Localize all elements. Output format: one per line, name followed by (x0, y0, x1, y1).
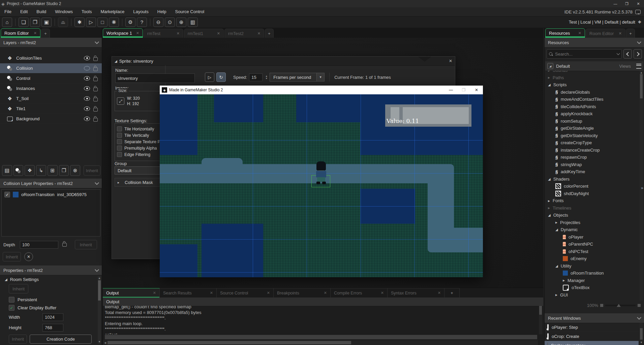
room-properties-header[interactable]: Properties - rmTest2 (0, 265, 102, 275)
visibility-eye-icon[interactable] (84, 76, 90, 81)
output-horizontal-scrollbar[interactable]: ◀ (103, 340, 538, 345)
clear-icon[interactable]: ✕ (24, 252, 33, 261)
menu-file[interactable]: File (0, 7, 16, 16)
chevron-down-icon[interactable] (617, 52, 620, 55)
recent-window-ocrop-create[interactable]: oCrop: Create (545, 332, 639, 341)
feedback-chat-icon[interactable] (635, 10, 641, 14)
tree-item-dynamic[interactable]: ◢Dynamic (545, 226, 639, 233)
close-icon[interactable]: ✕ (470, 86, 483, 94)
tree-item-onpctest[interactable]: oNPCTest (545, 248, 639, 255)
collapse-all-icon[interactable]: ◢ (547, 63, 553, 69)
tree-item-scripts[interactable]: ◢Scripts (545, 81, 639, 89)
clear-display-buffer-checkbox[interactable]: ✓ (9, 305, 14, 311)
tree-item-otextbox[interactable]: oTextBox (545, 284, 639, 291)
add-tab-button[interactable]: + (265, 29, 274, 38)
tree-item-crops[interactable]: ▸Crops (545, 299, 639, 301)
tree-item-instancecreatecrop[interactable]: §instanceCreateCrop (545, 147, 639, 154)
save-project-icon[interactable]: ▣ (41, 18, 52, 27)
tree-item-roomsetup[interactable]: §roomSetup (545, 118, 639, 125)
depth-inherit-button[interactable]: Inherit (75, 240, 97, 249)
collision-layer-properties-header[interactable]: Collision Layer Properties - rmTest2 (0, 179, 102, 188)
zoom-out-handle[interactable] (600, 304, 603, 307)
help-icon[interactable]: ? (137, 18, 147, 27)
close-icon[interactable]: ✕ (578, 31, 581, 35)
search-input[interactable] (554, 51, 615, 57)
output-tab-syntax-errors[interactable]: Syntax Errors✕ (388, 288, 444, 297)
zoom-slider[interactable] (605, 305, 636, 306)
close-icon[interactable]: ✕ (217, 31, 220, 36)
speed-stepper[interactable]: ▲▼ (265, 75, 268, 80)
close-icon[interactable]: ✕ (449, 59, 452, 63)
speed-input[interactable] (249, 73, 263, 81)
maximize-icon[interactable]: ❐ (621, 0, 633, 7)
size-inherit-button[interactable]: Inherit (9, 335, 27, 344)
instance-row[interactable]: ✓ oRoomTransition inst_30D65975 (2, 190, 100, 199)
visibility-eye-icon[interactable] (84, 96, 90, 101)
layer-inherit-button[interactable]: Inherit (3, 252, 21, 261)
stop-icon[interactable]: □ (97, 18, 108, 27)
tree-item-oroomtransition[interactable]: oRoomTransition (545, 270, 639, 277)
create-executable-icon[interactable]: ⏏ (58, 18, 68, 27)
instance-layer-icon[interactable] (13, 165, 24, 176)
tree-item-paths[interactable]: ▸Paths (545, 74, 639, 82)
tree-item-colorpercent[interactable]: colorPercent (545, 183, 639, 190)
layout-windows-icon[interactable]: ▥ (188, 18, 198, 27)
menu-help[interactable]: Help (153, 7, 171, 16)
properties-scrollbar[interactable]: ▲ ▼ (98, 276, 101, 344)
recent-windows-header[interactable]: Recent Windows (545, 313, 644, 323)
close-icon[interactable]: ✕ (619, 31, 622, 36)
texture-option-checkbox[interactable] (117, 139, 122, 144)
texture-group-select[interactable]: Default (115, 166, 166, 175)
close-icon[interactable]: ✕ (257, 31, 260, 36)
game-window-titlebar[interactable]: ◈ Made in GameMaker Studio 2 — ❐ ✕ (160, 86, 483, 94)
minimize-icon[interactable]: — (444, 86, 457, 94)
add-tab-button[interactable]: + (626, 29, 635, 38)
visibility-eye-icon[interactable] (84, 117, 90, 121)
layer-row-tile1[interactable]: ❖Tile1 (0, 104, 102, 114)
tab-workspace-1[interactable]: Workspace 1✕ (103, 28, 143, 38)
close-icon[interactable]: ✕ (267, 291, 270, 295)
output-tab-search-results[interactable]: Search Results✕ (160, 288, 217, 297)
close-icon[interactable]: ✕ (153, 291, 156, 295)
search-prev-button[interactable] (623, 49, 632, 59)
debug-icon[interactable]: ✱ (74, 18, 85, 27)
close-icon[interactable]: ✕ (177, 31, 180, 36)
tree-item-respawncrop[interactable]: §respawnCrop (545, 154, 639, 161)
play-animation-button[interactable]: ▷ (205, 72, 214, 82)
layer-row-t_soil[interactable]: ❖T_Soil (0, 94, 102, 104)
close-icon[interactable]: ✕ (324, 291, 327, 295)
tree-item-timelines[interactable]: ▸Timelines (545, 205, 639, 212)
tab-room-editor[interactable]: Room Editor✕ (586, 29, 625, 38)
menu-tools[interactable]: Tools (77, 7, 96, 16)
close-icon[interactable]: ✕ (633, 0, 644, 7)
output-tab-output[interactable]: Output✕ (103, 288, 160, 297)
lock-icon[interactable] (93, 108, 98, 112)
tree-item-tilecollideatpoints[interactable]: §tileCollideAtPoints (545, 103, 639, 111)
instance-checkbox[interactable]: ✓ (4, 192, 10, 197)
output-tab-compile-errors[interactable]: Compile Errors✕ (331, 288, 388, 297)
menu-source-control[interactable]: Source Control (171, 7, 209, 16)
visibility-eye-icon[interactable] (84, 56, 90, 60)
tree-item-manager[interactable]: ▸Manager (545, 277, 639, 284)
tree-item-oenemy[interactable]: oEnemy (545, 255, 639, 262)
layer-row-collisiontiles[interactable]: ❖CollisionTiles (0, 53, 102, 63)
recent-scrollbar[interactable]: ▼ (640, 323, 643, 344)
open-project-icon[interactable]: ❐ (30, 18, 40, 27)
tab-rmtest[interactable]: rmTest✕ (144, 29, 183, 38)
output-log[interactable]: tilemap_get() - couldn't find specified … (105, 306, 537, 334)
add-folder-icon[interactable]: ❐ (59, 165, 69, 176)
views-menu-icon[interactable] (636, 64, 641, 69)
close-icon[interactable]: ✕ (136, 31, 139, 35)
collapse-icon[interactable]: ◢ (115, 59, 117, 63)
clean-icon[interactable]: ❋ (109, 18, 119, 27)
texture-option-checkbox[interactable] (117, 126, 122, 131)
tree-item-utility[interactable]: ◢Utility (545, 262, 639, 270)
tree-item-shddaynight[interactable]: shdDayNight (545, 190, 639, 197)
lock-icon[interactable] (93, 67, 98, 71)
tab-room-editor[interactable]: Room Editor ✕ (1, 28, 40, 38)
lock-icon[interactable] (62, 243, 67, 247)
tree-item-createcroptype[interactable]: §createCropType (545, 139, 639, 147)
tree-item-fonts[interactable]: ▸Fonts (545, 197, 639, 205)
room-height-input[interactable] (42, 324, 63, 332)
lock-icon[interactable] (93, 118, 98, 122)
